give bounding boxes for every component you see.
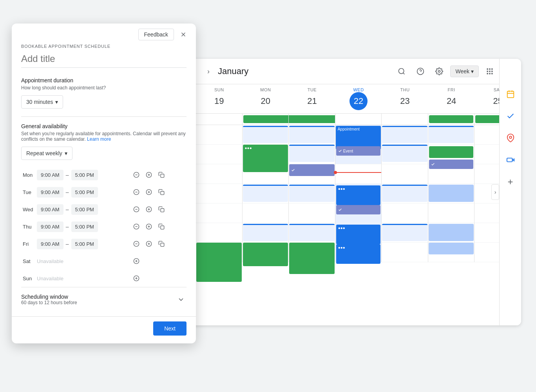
sidebar-meet-icon[interactable] bbox=[503, 152, 518, 168]
cell-sun-3[interactable] bbox=[196, 243, 243, 262]
cell-wed-9[interactable]: Appointment bbox=[335, 125, 382, 145]
event-wed-purple[interactable]: Event bbox=[336, 146, 381, 156]
calendar-scroll-area[interactable]: 9 AM Appointment bbox=[180, 125, 521, 325]
appt-tue-9[interactable] bbox=[289, 126, 335, 143]
cell-thu-12[interactable] bbox=[382, 184, 428, 203]
event-tue-purple[interactable] bbox=[289, 164, 335, 176]
collapse-sidebar-button[interactable]: › bbox=[491, 184, 499, 200]
fri-end-time[interactable]: 5:00 PM bbox=[71, 239, 98, 249]
cell-wed-1[interactable] bbox=[335, 203, 382, 223]
appt-fri-2[interactable] bbox=[429, 224, 474, 241]
cell-sun-12[interactable] bbox=[196, 184, 243, 203]
cell-thu-11[interactable] bbox=[382, 164, 428, 184]
title-input[interactable] bbox=[21, 52, 187, 68]
thu-start-time[interactable]: 9:00 AM bbox=[37, 221, 63, 232]
sun-add-button[interactable] bbox=[131, 273, 142, 284]
tue-copy-button[interactable] bbox=[156, 187, 167, 198]
next-week-button[interactable]: › bbox=[202, 65, 215, 78]
appt-mon-12[interactable] bbox=[243, 185, 288, 202]
cell-fri-1[interactable] bbox=[428, 203, 475, 223]
mon-end-time[interactable]: 5:00 PM bbox=[71, 170, 98, 180]
cell-tue-1[interactable] bbox=[289, 203, 335, 223]
event-wed-purple2[interactable] bbox=[336, 205, 381, 214]
appt-thu-9[interactable] bbox=[382, 126, 427, 143]
search-button[interactable] bbox=[394, 64, 409, 79]
cell-thu-1[interactable] bbox=[382, 203, 428, 223]
fri-remove-button[interactable] bbox=[131, 238, 142, 249]
sidebar-add-icon[interactable]: + bbox=[503, 174, 518, 190]
close-dialog-button[interactable] bbox=[177, 28, 190, 41]
thu-copy-button[interactable] bbox=[156, 221, 167, 232]
wed-remove-button[interactable] bbox=[131, 204, 142, 215]
cell-fri-10[interactable] bbox=[428, 145, 475, 164]
appt-fri-12[interactable] bbox=[429, 185, 474, 202]
event-mon-green2[interactable] bbox=[243, 243, 288, 266]
cell-sun-10[interactable] bbox=[196, 145, 243, 164]
mon-remove-button[interactable] bbox=[131, 169, 142, 180]
cell-tue-12[interactable] bbox=[289, 184, 335, 203]
apps-grid-button[interactable] bbox=[482, 64, 498, 79]
help-button[interactable] bbox=[413, 64, 428, 79]
cell-fri-9[interactable] bbox=[428, 125, 475, 145]
appt-mon-2[interactable] bbox=[243, 224, 288, 241]
cell-mon-1[interactable] bbox=[243, 203, 289, 223]
sidebar-calendar-icon[interactable] bbox=[503, 86, 518, 102]
cell-tue-9[interactable] bbox=[289, 125, 335, 145]
cell-tue-11[interactable] bbox=[289, 164, 335, 184]
learn-more-link[interactable]: Learn more bbox=[87, 136, 111, 142]
cell-sun-2[interactable] bbox=[196, 223, 243, 243]
event-fri-green[interactable] bbox=[429, 146, 474, 158]
cell-fri-2[interactable] bbox=[428, 223, 475, 243]
cell-wed-12[interactable]: ●●● bbox=[335, 184, 382, 203]
thu-end-time[interactable]: 5:00 PM bbox=[71, 221, 98, 232]
appt-fri-3[interactable] bbox=[429, 243, 474, 254]
repeat-dropdown[interactable]: Repeat weekly ▾ bbox=[21, 147, 72, 160]
cell-fri-12[interactable] bbox=[428, 184, 475, 203]
cell-tue-10[interactable] bbox=[289, 145, 335, 164]
event-wed-appt[interactable]: Appointment bbox=[336, 126, 381, 149]
cell-thu-3[interactable] bbox=[382, 243, 428, 262]
cell-thu-10[interactable] bbox=[382, 145, 428, 164]
sidebar-tasks-icon[interactable] bbox=[503, 108, 518, 124]
mon-copy-button[interactable] bbox=[156, 169, 167, 180]
appt-fri-9[interactable] bbox=[429, 126, 474, 143]
tue-add-button[interactable] bbox=[143, 187, 154, 198]
fri-add-button[interactable] bbox=[143, 238, 154, 249]
scheduling-window-expand-button[interactable] bbox=[176, 294, 187, 305]
fri-start-time[interactable]: 9:00 AM bbox=[37, 239, 63, 249]
appt-thu-10[interactable] bbox=[382, 145, 427, 162]
next-button[interactable]: Next bbox=[153, 321, 187, 336]
all-day-event-fri[interactable] bbox=[429, 115, 474, 123]
cell-mon-3[interactable] bbox=[243, 243, 289, 262]
cell-wed-3[interactable]: ●●● bbox=[335, 243, 382, 262]
fri-copy-button[interactable] bbox=[156, 238, 167, 249]
cell-wed-2[interactable]: ●●● bbox=[335, 223, 382, 243]
appt-thu-12[interactable] bbox=[382, 185, 427, 202]
mon-add-button[interactable] bbox=[143, 169, 154, 180]
appt-thu-2[interactable] bbox=[382, 224, 427, 241]
cell-sun-9[interactable] bbox=[196, 125, 243, 145]
wed-end-time[interactable]: 5:00 PM bbox=[71, 204, 98, 215]
event-wed-blue2[interactable]: ●●● bbox=[336, 185, 381, 205]
cell-wed-10[interactable]: Event bbox=[335, 145, 382, 164]
feedback-button[interactable]: Feedback bbox=[138, 29, 174, 40]
thu-remove-button[interactable] bbox=[131, 221, 142, 232]
settings-button[interactable] bbox=[431, 64, 447, 79]
event-wed-blue4[interactable]: ●●● bbox=[336, 244, 381, 264]
duration-dropdown[interactable]: 30 minutes ▾ bbox=[21, 95, 63, 109]
cell-mon-12[interactable] bbox=[243, 184, 289, 203]
sidebar-maps-icon[interactable] bbox=[503, 130, 518, 146]
day-header-wed[interactable]: WED 22 bbox=[335, 86, 382, 112]
wed-add-button[interactable] bbox=[143, 204, 154, 215]
thu-add-button[interactable] bbox=[143, 221, 154, 232]
cell-fri-3[interactable] bbox=[428, 243, 475, 262]
tue-start-time[interactable]: 9:00 AM bbox=[37, 187, 63, 198]
cell-wed-11[interactable] bbox=[335, 164, 382, 184]
all-day-event-tue[interactable] bbox=[289, 115, 335, 123]
sat-add-button[interactable] bbox=[131, 256, 142, 267]
appt-tue-10[interactable] bbox=[289, 145, 335, 162]
event-mon-green[interactable]: ●●● bbox=[243, 145, 288, 172]
event-sun-green[interactable] bbox=[196, 243, 242, 282]
cell-mon-10[interactable]: ●●● bbox=[243, 145, 289, 164]
event-wed-blue3[interactable]: ●●● bbox=[336, 225, 381, 244]
